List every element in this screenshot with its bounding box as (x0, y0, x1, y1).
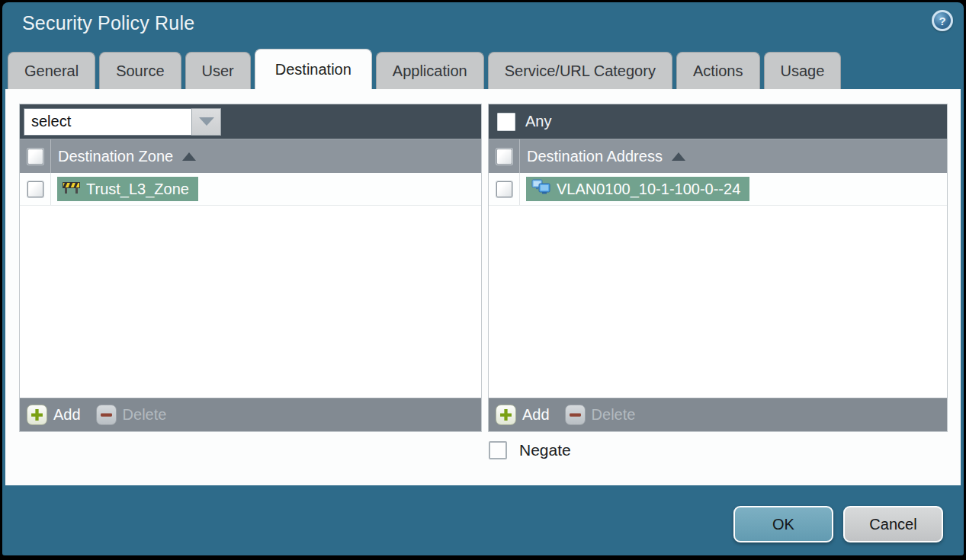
address-delete-label: Delete (592, 406, 636, 424)
tab-actions[interactable]: Actions (676, 52, 760, 89)
zone-row-item[interactable]: Trust_L3_Zone (57, 177, 198, 201)
cancel-button[interactable]: Cancel (843, 506, 943, 542)
address-row-item[interactable]: VLAN0100_10-1-100-0--24 (526, 177, 749, 201)
address-column-header[interactable]: Destination Address (527, 148, 685, 165)
add-plus-icon (496, 405, 516, 425)
help-glyph: ? (939, 14, 945, 27)
address-column-header-label: Destination Address (527, 148, 663, 165)
chevron-down-icon (199, 117, 214, 126)
network-address-icon (531, 179, 550, 199)
tab-content-destination: select Destination Zone (5, 89, 961, 485)
sort-ascending-icon (672, 152, 685, 161)
zone-panel-toolbar: select (20, 104, 481, 139)
any-checkbox[interactable] (497, 113, 515, 131)
address-add-button[interactable]: Add (496, 405, 550, 425)
zone-table-body: Trust_L3_Zone (20, 173, 481, 398)
table-row: Trust_L3_Zone (20, 173, 481, 206)
tab-bar: General Source User Destination Applicat… (8, 49, 841, 89)
zone-delete-button[interactable]: Delete (96, 405, 167, 425)
zone-barrier-icon (63, 180, 80, 198)
negate-label[interactable]: Negate (519, 441, 571, 459)
negate-control: Negate (489, 441, 571, 459)
tab-source[interactable]: Source (99, 52, 181, 89)
address-add-label: Add (522, 406, 550, 424)
address-row-checkbox[interactable] (496, 181, 512, 197)
zone-select-dropdown-button[interactable] (191, 108, 221, 136)
negate-checkbox[interactable] (489, 441, 507, 459)
zone-select-input[interactable]: select (24, 108, 191, 136)
delete-minus-icon (96, 405, 117, 425)
zone-column-header[interactable]: Destination Zone (58, 148, 196, 165)
zone-column-header-label: Destination Zone (58, 148, 173, 165)
address-delete-button[interactable]: Delete (565, 405, 636, 425)
address-panel-toolbar: Any (489, 104, 947, 139)
table-row: VLAN0100_10-1-100-0--24 (489, 173, 947, 206)
address-panel-footer: Add Delete (489, 398, 947, 431)
destination-zone-panel: select Destination Zone (19, 104, 482, 432)
tab-usage[interactable]: Usage (764, 52, 842, 89)
address-table-body: VLAN0100_10-1-100-0--24 (489, 173, 947, 398)
address-table-header: Destination Address (489, 139, 947, 173)
add-plus-icon (27, 405, 47, 425)
delete-minus-icon (565, 405, 586, 425)
ok-button[interactable]: OK (733, 506, 833, 542)
zone-delete-label: Delete (123, 406, 167, 424)
dialog-title: Security Policy Rule (22, 12, 194, 34)
help-icon[interactable]: ? (932, 10, 953, 31)
sort-ascending-icon (182, 152, 196, 161)
address-select-all-checkbox[interactable] (496, 149, 512, 165)
tab-user[interactable]: User (185, 52, 251, 89)
zone-add-button[interactable]: Add (27, 405, 81, 425)
zone-row-label: Trust_L3_Zone (86, 181, 189, 198)
tab-service-url-category[interactable]: Service/URL Category (488, 52, 672, 89)
zone-row-checkbox[interactable] (27, 181, 43, 197)
zone-select-combo: select (24, 108, 221, 136)
tab-general[interactable]: General (8, 52, 95, 89)
zone-select-all-checkbox[interactable] (27, 149, 43, 165)
zone-add-label: Add (53, 406, 81, 424)
zone-table-header: Destination Zone (20, 139, 481, 173)
tab-application[interactable]: Application (376, 52, 484, 89)
tab-destination[interactable]: Destination (255, 49, 372, 89)
destination-address-panel: Any Destination Address (488, 104, 948, 432)
address-row-label: VLAN0100_10-1-100-0--24 (557, 181, 740, 198)
zone-panel-footer: Add Delete (20, 398, 481, 431)
any-label: Any (525, 113, 551, 130)
